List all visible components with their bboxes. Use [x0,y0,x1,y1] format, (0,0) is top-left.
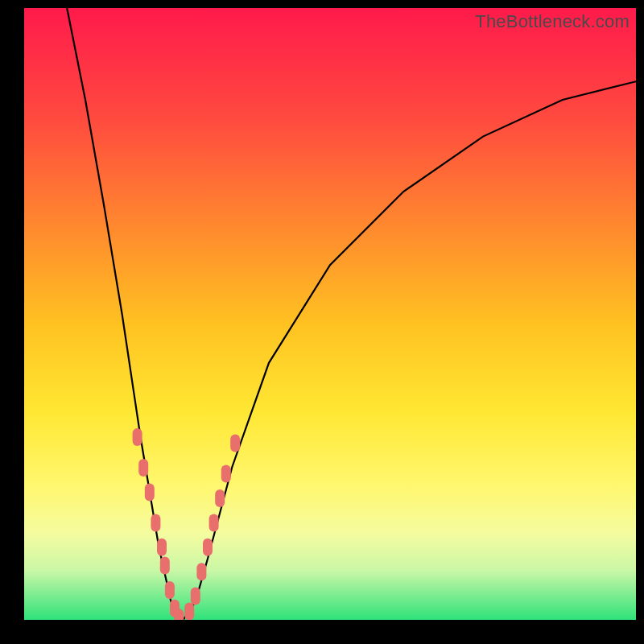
curve-bead [184,603,194,620]
beads-left-group [133,428,184,620]
curve-bead [138,459,148,477]
curve-bead [191,588,200,605]
curve-bead [157,539,167,556]
curve-bead [174,609,184,620]
curve-bead [133,428,142,446]
curve-bead [145,483,155,501]
curve-bead [196,563,206,580]
curve-bead [215,489,225,507]
beads-right-group [184,435,240,620]
curve-svg [24,8,636,620]
curve-bead [209,514,219,531]
curve-bead [160,557,170,575]
curve-bead [230,435,240,452]
curve-bead [203,539,213,556]
curve-bead [151,514,160,531]
chart-frame: TheBottleneck.com [0,0,644,644]
plot-area: TheBottleneck.com [24,8,636,620]
curve-bead [165,581,175,599]
curve-bead [221,465,231,483]
